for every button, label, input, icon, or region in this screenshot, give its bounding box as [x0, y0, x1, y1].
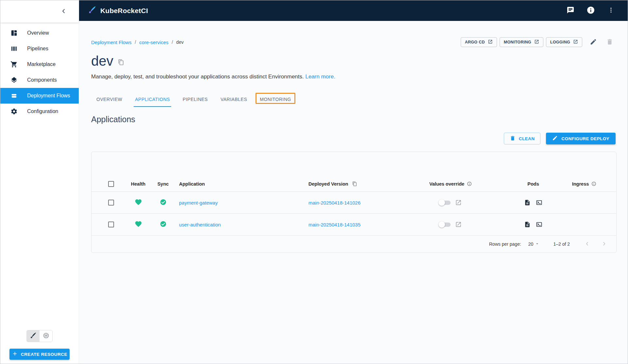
pods-cell — [504, 198, 562, 207]
col-deployed-version: Deployed Version — [305, 180, 397, 188]
create-resource-label: CREATE RESOURCE — [21, 352, 67, 357]
pod-terminal-button[interactable] — [535, 220, 544, 229]
open-in-new-icon — [534, 39, 539, 45]
open-in-new-icon — [488, 39, 493, 45]
open-values-button[interactable] — [454, 220, 463, 229]
sidebar-item-configuration[interactable]: Configuration — [0, 104, 79, 119]
breadcrumb-separator: / — [135, 40, 136, 45]
values-override-toggle[interactable] — [438, 199, 451, 206]
col-deployed-version-label: Deployed Version — [308, 181, 348, 187]
tab-label: APPLICATIONS — [135, 97, 170, 102]
open-in-new-icon — [573, 39, 578, 45]
create-resource-button[interactable]: CREATE RESOURCE — [9, 349, 70, 360]
health-cell — [125, 220, 151, 229]
previous-page-button[interactable] — [582, 239, 592, 250]
trash-icon — [606, 38, 613, 46]
feedback-button[interactable] — [565, 5, 576, 16]
health-healthy-icon — [135, 198, 142, 207]
pipelines-icon — [10, 45, 18, 53]
argocd-link-button[interactable]: ARGO CD — [461, 37, 497, 47]
sidebar-item-overview[interactable]: Overview — [0, 25, 79, 41]
sidebar-item-marketplace[interactable]: Marketplace — [0, 57, 79, 72]
sidebar-item-components[interactable]: Components — [0, 72, 79, 88]
monitoring-link-label: MONITORING — [504, 40, 531, 44]
configure-deploy-button[interactable]: CONFIGURE DEPLOY — [546, 133, 616, 144]
rows-per-page-select[interactable]: 20 — [528, 241, 540, 247]
cart-icon — [10, 60, 18, 68]
deployed-version-link[interactable]: main-20250418-141035 — [308, 222, 360, 227]
chevron-left-icon — [584, 241, 590, 248]
top-app-bar: KubeRocketCI — [79, 0, 628, 21]
breadcrumb-current: dev — [176, 40, 184, 45]
sidebar-item-label: Marketplace — [27, 61, 56, 67]
col-health: Health — [125, 181, 151, 187]
next-page-button[interactable] — [599, 239, 609, 250]
pod-logs-button[interactable] — [523, 220, 532, 229]
values-override-cell — [397, 198, 504, 207]
gear-icon — [10, 108, 18, 115]
pod-terminal-button[interactable] — [535, 198, 544, 207]
sync-cell — [151, 199, 175, 207]
values-override-cell — [397, 220, 504, 229]
pencil-icon — [590, 38, 597, 46]
logging-link-button[interactable]: LOGGING — [546, 37, 582, 47]
brand: KubeRocketCI — [88, 6, 148, 16]
info-icon — [587, 6, 595, 15]
copy-title-button[interactable] — [118, 59, 124, 66]
breadcrumb-separator: / — [172, 40, 173, 45]
deployed-version-link[interactable]: main-20250418-141026 — [308, 200, 360, 206]
chevron-right-icon — [601, 241, 607, 248]
plus-icon — [12, 351, 18, 358]
select-all-checkbox[interactable] — [108, 181, 114, 187]
row-checkbox[interactable] — [108, 200, 114, 206]
breadcrumb-core-services[interactable]: core-services — [139, 40, 168, 45]
tab-pipelines[interactable]: PIPELINES — [181, 92, 209, 107]
kuberocketci-app: Overview Pipelines Marketplace Component… — [0, 0, 628, 364]
application-link[interactable]: payment-gateway — [179, 200, 218, 206]
tab-overview[interactable]: OVERVIEW — [95, 92, 124, 107]
learn-more-link[interactable]: Learn more. — [306, 74, 336, 80]
sidebar-item-label: Overview — [27, 30, 49, 36]
tab-label: OVERVIEW — [96, 97, 122, 102]
tab-label: PIPELINES — [183, 97, 208, 102]
page-title: dev — [91, 53, 113, 70]
rocket-style-button[interactable] — [27, 330, 40, 342]
clean-button[interactable]: CLEAN — [504, 133, 541, 144]
info-outline-icon — [591, 181, 596, 186]
info-outline-icon — [467, 181, 472, 186]
pagination-range: 1–2 of 2 — [553, 241, 570, 247]
delete-environment-button[interactable] — [604, 36, 616, 48]
environment-tabs: OVERVIEW APPLICATIONS PIPELINES VARIABLE… — [91, 92, 616, 107]
tab-variables[interactable]: VARIABLES — [219, 92, 248, 107]
application-link[interactable]: user-authentication — [179, 222, 221, 227]
logo-style-toggle-group — [26, 330, 53, 342]
sidebar-item-pipelines[interactable]: Pipelines — [0, 41, 79, 57]
applications-section-title: Applications — [91, 115, 616, 124]
breadcrumb-deployment-flows[interactable]: Deployment Flows — [91, 40, 131, 45]
row-checkbox[interactable] — [108, 222, 114, 227]
rocket-logo-icon — [88, 6, 97, 16]
rows-per-page-value: 20 — [528, 241, 534, 247]
col-values-override: Values override — [397, 181, 504, 187]
monitoring-link-button[interactable]: MONITORING — [500, 37, 543, 47]
kubernetes-style-button[interactable] — [40, 330, 52, 342]
sidebar-item-deployment-flows[interactable]: Deployment Flows — [0, 88, 79, 104]
copy-versions-button[interactable] — [351, 180, 358, 188]
pencil-icon — [552, 135, 558, 142]
trash-icon — [510, 135, 516, 142]
open-values-button[interactable] — [454, 198, 463, 207]
pod-logs-button[interactable] — [523, 198, 532, 207]
health-cell — [125, 198, 151, 207]
info-button[interactable] — [585, 5, 596, 16]
sync-synced-icon — [160, 199, 167, 207]
table-header-row: Health Sync Application Deployed Version… — [91, 176, 616, 192]
overflow-menu-button[interactable] — [605, 5, 617, 16]
tab-monitoring[interactable]: MONITORING — [258, 92, 292, 107]
edit-environment-button[interactable] — [587, 36, 599, 48]
values-override-toggle[interactable] — [438, 221, 451, 228]
col-ingress: Ingress — [562, 181, 606, 187]
sidebar-collapse-button[interactable] — [59, 7, 68, 16]
page-description: Manage, deploy, test, and troubleshoot y… — [91, 74, 616, 80]
tab-applications[interactable]: APPLICATIONS — [134, 92, 171, 107]
table-toolbar — [91, 152, 616, 176]
